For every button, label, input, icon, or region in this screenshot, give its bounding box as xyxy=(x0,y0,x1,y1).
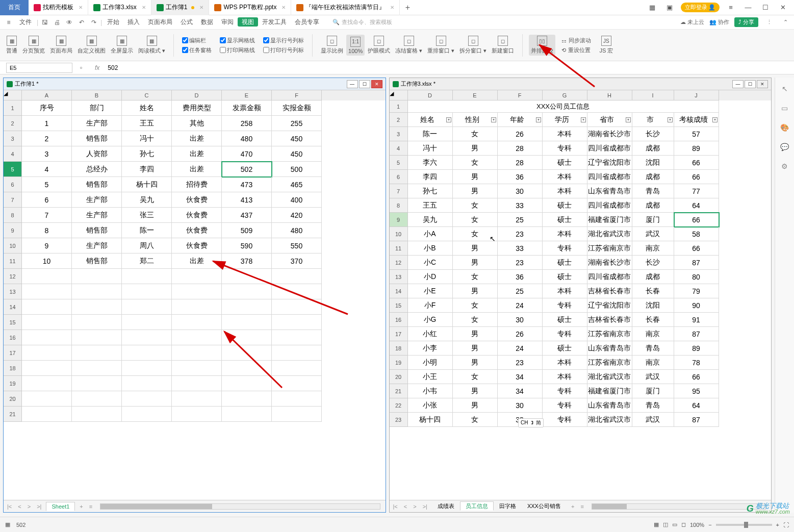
data-cell[interactable]: 青岛 xyxy=(632,341,674,356)
filter-dropdown-icon[interactable]: ▾ xyxy=(581,117,586,122)
column-header[interactable]: B xyxy=(72,90,122,100)
data-cell[interactable]: 销售部 xyxy=(72,223,122,238)
empty-cell[interactable] xyxy=(222,391,272,407)
menu-item[interactable]: 开始 xyxy=(103,18,123,26)
data-cell[interactable]: 小王 xyxy=(408,370,453,384)
data-cell[interactable]: 孙七 xyxy=(122,146,172,162)
data-cell[interactable]: 66 xyxy=(674,370,719,384)
row-header[interactable]: 20 xyxy=(4,391,22,407)
empty-cell[interactable] xyxy=(122,269,172,284)
data-cell[interactable]: 9 xyxy=(22,238,72,254)
empty-cell[interactable] xyxy=(22,361,72,376)
apps-icon[interactable]: ▣ xyxy=(663,2,676,14)
empty-cell[interactable] xyxy=(72,315,122,330)
header-cell[interactable]: 姓名▾ xyxy=(408,113,453,127)
data-cell[interactable]: 87 xyxy=(674,256,719,270)
empty-cell[interactable] xyxy=(272,284,322,299)
data-cell[interactable]: 女 xyxy=(453,298,498,313)
view-normal-icon[interactable]: ▦ xyxy=(654,521,659,528)
empty-cell[interactable] xyxy=(222,315,272,330)
close-tab-icon[interactable]: ✕ xyxy=(281,5,286,10)
data-cell[interactable]: 473 xyxy=(222,177,272,192)
data-cell[interactable]: 470 xyxy=(222,146,272,162)
data-cell[interactable]: 四川省成都市 xyxy=(587,170,632,184)
empty-cell[interactable] xyxy=(72,330,122,345)
menu-icon[interactable]: ≡ xyxy=(3,17,14,28)
data-cell[interactable]: 91 xyxy=(674,313,719,327)
row-header[interactable]: 13 xyxy=(390,270,408,284)
data-cell[interactable]: 江苏省南京市 xyxy=(587,356,632,370)
data-cell[interactable]: 小A xyxy=(408,227,453,241)
filter-dropdown-icon[interactable]: ▾ xyxy=(626,117,631,122)
menu-item[interactable]: 数据 xyxy=(197,18,217,26)
data-cell[interactable]: 33 xyxy=(498,241,543,256)
file-tab[interactable]: 工作簿3.xlsx✕ xyxy=(88,0,151,15)
select-all[interactable]: ◢ xyxy=(390,90,408,100)
data-cell[interactable]: 小E xyxy=(408,284,453,298)
data-cell[interactable]: 小G xyxy=(408,313,453,327)
data-cell[interactable]: 武汉 xyxy=(632,370,674,384)
data-cell[interactable]: 400 xyxy=(272,192,322,208)
header-cell[interactable]: 姓名 xyxy=(122,100,172,116)
undo-icon[interactable]: ↶ xyxy=(76,17,87,28)
data-cell[interactable]: 36 xyxy=(498,270,543,284)
data-cell[interactable]: 冯十 xyxy=(122,131,172,146)
command-search[interactable]: 🔍 查找命令、搜索模板 xyxy=(332,18,392,26)
empty-cell[interactable] xyxy=(272,315,322,330)
row-header[interactable]: 15 xyxy=(4,315,22,330)
data-cell[interactable]: 502 xyxy=(222,162,272,177)
column-header[interactable]: F xyxy=(272,90,322,100)
ribbon-checkbox[interactable]: 打印行号列标 xyxy=(263,46,304,54)
empty-cell[interactable] xyxy=(272,407,322,422)
data-cell[interactable]: 男 xyxy=(453,356,498,370)
row-header[interactable]: 5 xyxy=(390,156,408,170)
data-cell[interactable]: 465 xyxy=(272,177,322,192)
data-cell[interactable]: 南京 xyxy=(632,356,674,370)
tab-nav-last[interactable]: >| xyxy=(421,503,429,510)
data-cell[interactable]: 80 xyxy=(674,270,719,284)
empty-cell[interactable] xyxy=(222,361,272,376)
empty-cell[interactable] xyxy=(122,361,172,376)
empty-cell[interactable] xyxy=(122,284,172,299)
data-cell[interactable]: 长春 xyxy=(632,284,674,298)
empty-cell[interactable] xyxy=(172,407,222,422)
data-cell[interactable]: 1 xyxy=(22,116,72,131)
data-cell[interactable]: 77 xyxy=(674,184,719,198)
row-header[interactable]: 12 xyxy=(4,269,22,284)
data-cell[interactable]: 伙食费 xyxy=(172,192,222,208)
row-header[interactable]: 8 xyxy=(4,208,22,223)
data-cell[interactable]: 南京 xyxy=(632,241,674,256)
empty-cell[interactable] xyxy=(72,376,122,391)
ribbon-checkbox[interactable]: 打印网格线 xyxy=(220,46,255,54)
data-cell[interactable]: 销售部 xyxy=(72,131,122,146)
share-button[interactable]: ⤴ 分享 xyxy=(734,17,758,27)
data-cell[interactable]: 509 xyxy=(222,223,272,238)
data-cell[interactable]: 销售部 xyxy=(72,177,122,192)
data-cell[interactable]: 湖南省长沙市 xyxy=(587,256,632,270)
ribbon-checkbox[interactable]: 编辑栏 xyxy=(182,37,212,44)
column-header[interactable]: E xyxy=(453,90,498,100)
menu-item[interactable]: 审阅 xyxy=(217,18,238,26)
data-cell[interactable]: 420 xyxy=(272,208,322,223)
empty-cell[interactable] xyxy=(222,269,272,284)
sheet-tab[interactable]: 田字格 xyxy=(494,501,522,511)
data-cell[interactable]: 专科 xyxy=(543,241,587,256)
style-icon[interactable]: 🎨 xyxy=(780,122,790,133)
close-button[interactable]: ✕ xyxy=(777,2,789,14)
data-cell[interactable]: 28 xyxy=(498,141,543,156)
data-cell[interactable]: 5 xyxy=(22,177,72,192)
data-cell[interactable]: 34 xyxy=(498,370,543,384)
data-cell[interactable]: 张三 xyxy=(122,208,172,223)
data-cell[interactable]: 255 xyxy=(272,116,322,131)
home-tab[interactable]: 首页 xyxy=(0,0,29,15)
data-cell[interactable]: 590 xyxy=(222,238,272,254)
data-cell[interactable]: 450 xyxy=(272,131,322,146)
file-menu[interactable]: 文件 xyxy=(15,18,36,27)
header-cell[interactable]: 实报金额 xyxy=(272,100,322,116)
data-cell[interactable]: 550 xyxy=(272,238,322,254)
empty-cell[interactable] xyxy=(272,376,322,391)
data-cell[interactable]: 本科 xyxy=(543,227,587,241)
menu-item[interactable]: 页面布局 xyxy=(144,18,176,26)
data-cell[interactable]: 厦门 xyxy=(632,384,674,398)
data-cell[interactable]: 男 xyxy=(453,284,498,298)
